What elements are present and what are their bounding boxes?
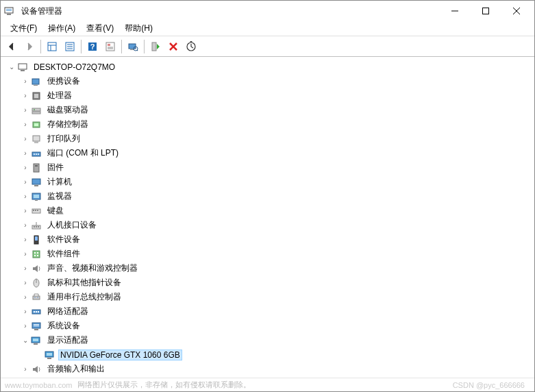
svg-point-43 [34,154,35,155]
tree-item[interactable]: ›网络适配器 [6,304,529,319]
device-category-icon [31,234,42,245]
expand-icon[interactable]: › [20,177,31,188]
menu-action[interactable]: 操作(A) [42,21,81,36]
scan-hardware-button[interactable] [125,38,141,55]
expand-icon[interactable]: › [20,234,31,245]
forward-button[interactable] [21,38,38,55]
tree-item[interactable]: ›系统设备 [6,319,529,333]
svg-rect-60 [38,226,39,228]
svg-rect-17 [106,42,114,51]
toolbar-separator [144,40,145,53]
tree-item[interactable]: ›固件 [6,160,529,175]
tree-item[interactable]: ›便携设备 [6,74,529,88]
expand-icon[interactable]: › [20,249,31,260]
toolbar: ? [1,36,534,57]
expand-icon[interactable]: › [20,90,31,101]
expand-icon[interactable]: › [20,134,31,145]
svg-rect-37 [32,112,40,114]
expand-icon[interactable]: › [20,76,31,87]
tree-item-label: 网络适配器 [47,306,88,316]
svg-rect-5 [482,8,488,14]
update-driver-button[interactable] [183,38,199,55]
expand-icon[interactable]: › [20,119,31,130]
properties-button[interactable] [62,38,78,55]
svg-rect-55 [35,210,36,211]
device-category-icon [31,148,42,159]
window-title: 设备管理器 [17,5,439,17]
show-hide-console-button[interactable] [44,38,60,55]
svg-rect-71 [33,296,40,299]
device-category-icon [31,90,42,101]
tree-item[interactable]: ›键盘 [6,204,529,218]
tree-item[interactable]: ›人机接口设备 [6,218,529,232]
tree-item[interactable]: ›存储控制器 [6,117,529,132]
tree-item[interactable]: ›鼠标和其他指针设备 [6,275,529,290]
expand-icon[interactable]: › [20,105,31,116]
svg-line-24 [137,50,138,51]
tree-item[interactable]: ›声音、视频和游戏控制器 [6,261,529,275]
tree-item-audio[interactable]: › 音频输入和输出 [6,362,529,376]
tree-root[interactable]: ⌄ DESKTOP-O72Q7MO [6,60,529,74]
svg-rect-76 [36,311,37,313]
menu-file[interactable]: 文件(F) [5,21,42,36]
svg-rect-46 [34,164,39,172]
tree-item[interactable]: ›端口 (COM 和 LPT) [6,146,529,160]
tree-item[interactable]: ›磁盘驱动器 [6,103,529,117]
watermark-url: www.toymoban.com [5,381,72,389]
svg-rect-2 [6,10,12,11]
collapse-icon[interactable]: ⌄ [20,335,31,346]
tree-item[interactable]: ›软件组件 [6,247,529,261]
properties-sheet-button[interactable] [102,38,119,55]
svg-rect-63 [35,236,38,241]
expand-icon[interactable]: › [20,191,31,202]
device-tree[interactable]: ⌄ DESKTOP-O72Q7MO ›便携设备›处理器›磁盘驱动器›存储控制器›… [1,57,534,378]
expand-icon[interactable]: › [20,306,31,317]
maximize-button[interactable] [470,1,501,21]
minimize-button[interactable] [439,1,470,21]
tree-item-gpu[interactable]: NVIDIA GeForce GTX 1060 6GB [6,347,529,362]
svg-rect-83 [33,339,38,341]
tree-item[interactable]: ›打印队列 [6,132,529,146]
expand-icon[interactable]: › [20,321,31,332]
tree-item[interactable]: ›通用串行总线控制器 [6,290,529,304]
expand-icon[interactable]: › [20,206,31,217]
tree-item[interactable]: ›监视器 [6,189,529,204]
enable-device-button[interactable] [147,38,164,55]
svg-rect-31 [32,79,39,84]
expand-icon[interactable]: › [20,278,31,289]
tree-item-label: 显示适配器 [47,335,88,345]
svg-rect-77 [38,311,39,313]
help-button[interactable]: ? [84,38,101,55]
tree-item-label: 便携设备 [47,76,80,86]
collapse-icon[interactable]: ⌄ [6,62,17,73]
tree-item[interactable]: ›软件设备 [6,232,529,247]
tree-item-display-adapters[interactable]: ⌄ 显示适配器 [6,333,529,347]
expand-icon[interactable]: › [20,148,31,159]
tree-item[interactable]: ›计算机 [6,175,529,189]
svg-rect-52 [35,200,38,201]
close-button[interactable] [501,1,532,21]
tree-item-label: 计算机 [47,177,72,186]
expand-icon[interactable]: › [20,292,31,303]
watermark-text: 网络图片仅供展示，非存储，如有侵权请联系删除。 [77,380,251,390]
svg-rect-75 [34,311,35,313]
svg-rect-34 [34,94,38,98]
tree-item-label: 打印队列 [47,134,80,143]
expand-icon[interactable]: › [20,364,31,375]
tree-item-label: 人机接口设备 [47,220,97,230]
display-adapter-icon [45,350,55,360]
svg-rect-30 [21,70,25,71]
svg-rect-67 [34,255,36,256]
tree-item[interactable]: ›处理器 [6,88,529,103]
expand-icon[interactable]: › [20,263,31,274]
menu-view[interactable]: 查看(V) [81,21,119,36]
expand-icon[interactable]: › [20,162,31,173]
tree-item-label: 端口 (COM 和 LPT) [47,148,119,158]
expand-icon[interactable]: › [20,220,31,231]
svg-rect-18 [108,44,110,46]
back-button[interactable] [3,38,20,55]
tree-item-label: 监视器 [47,191,72,201]
menu-help[interactable]: 帮助(H) [119,21,158,36]
uninstall-device-button[interactable] [165,38,182,55]
device-category-icon [31,220,42,231]
